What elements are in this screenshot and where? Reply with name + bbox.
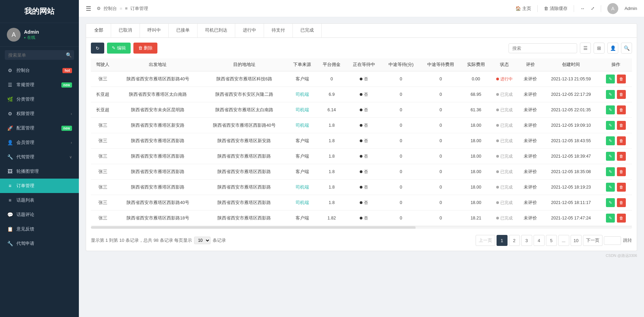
table-header: 驾驶人 出发地址 目的地地址 下单来源 平台佣金 正在等待中 中途等待(分) 中… [91,58,632,71]
tab-in-progress[interactable]: 进行中 [235,24,264,37]
row-delete-button[interactable]: 🗑 [617,214,626,223]
cell-review: 未评价 [518,102,542,118]
row-edit-button[interactable]: ✎ [606,105,615,114]
wait-dot [360,217,362,219]
cell-waiting: 否 [346,87,382,102]
page-4-button[interactable]: 4 [534,235,545,246]
sidebar-item-permission[interactable]: ⚙ 权限管理 › [0,106,79,121]
fullscreen-button[interactable]: ⤢ [591,6,595,11]
cell-mid-fee: 0 [420,133,461,149]
cell-mid-wait: 0 [382,180,420,195]
tab-cancelled[interactable]: 已取消 [111,24,140,37]
row-delete-button[interactable]: 🗑 [617,198,626,207]
row-delete-button[interactable]: 🗑 [617,183,626,192]
sidebar-item-carousel[interactable]: 🖼 轮播图管理 [0,164,79,179]
row-delete-button[interactable]: 🗑 [617,121,626,130]
scrollbar-thumb[interactable] [91,226,416,229]
cell-status: 进行中 [491,71,518,87]
row-delete-button[interactable]: 🗑 [617,136,626,145]
row-edit-button[interactable]: ✎ [606,152,615,161]
edit-button[interactable]: ✎ 编辑 [107,43,131,54]
list-view-button[interactable]: ☰ [580,43,591,54]
tab-completed[interactable]: 已完成 [293,24,322,37]
sidebar-item-topic-comment[interactable]: 💬 话题评论 [0,207,79,222]
row-edit-button[interactable]: ✎ [606,167,615,176]
cell-review: 未评价 [518,180,542,195]
page-jump-input[interactable] [604,236,621,245]
row-delete-button[interactable]: 🗑 [617,90,626,99]
carousel-icon: 🖼 [7,169,13,174]
next-page-button[interactable]: 下一页 [583,235,603,246]
cell-source: 司机端 [287,102,317,118]
row-edit-button[interactable]: ✎ [606,183,615,192]
page-2-button[interactable]: 2 [509,235,520,246]
order-source[interactable]: 司机端 [296,123,309,128]
cell-actual-fee: 18.00 [461,133,491,149]
horizontal-scrollbar[interactable] [91,226,632,229]
order-source[interactable]: 司机端 [296,200,309,205]
sidebar-item-feedback[interactable]: 📋 意见反馈 [0,222,79,236]
refresh-button[interactable]: ↻ [91,43,104,54]
page-1-button[interactable]: 1 [497,235,508,246]
tab-calling[interactable]: 呼叫中 [140,24,169,37]
username: Admin [24,29,39,35]
cell-review: 未评价 [518,164,542,180]
sidebar-item-category[interactable]: 🌿 分类管理 [0,92,79,106]
sidebar-item-label: 代驾申请 [16,240,34,247]
filter-button[interactable]: 👤 [607,43,618,54]
row-edit-button[interactable]: ✎ [606,121,615,130]
sidebar-item-member[interactable]: 👤 会员管理 › [0,135,79,150]
prev-page-button[interactable]: 上一页 [476,235,495,246]
cell-destination: 陕西省西安市雁塔区西影路 [201,180,287,195]
row-delete-button[interactable]: 🗑 [617,152,626,161]
search-input[interactable] [8,53,66,58]
sidebar-item-label: 代驾管理 [16,154,34,160]
sidebar-item-driver-apply[interactable]: 🔧 代驾申请 [0,236,79,251]
per-page-select[interactable]: 10 20 50 [194,237,211,244]
clear-cache-button[interactable]: 🗑 清除缓存 [544,5,568,12]
sidebar-item-topic-list[interactable]: ≡ 话题列表 [0,193,79,207]
sidebar-item-config[interactable]: 🚀 配置管理 new [0,121,79,135]
cell-commission: 0 [317,71,346,87]
sidebar-item-general[interactable]: ☰ 常规管理 new [0,78,79,92]
row-edit-button[interactable]: ✎ [606,90,615,99]
sidebar-item-dashboard[interactable]: ⚙ 控制台 hot [0,63,79,78]
grid-view-button[interactable]: ⊞ [594,43,605,54]
sidebar-item-driver-mgmt[interactable]: 🔧 代驾管理 ∨ [0,150,79,164]
cell-origin: 陕西省西安市雁塔区西影路40号 [115,71,201,87]
share-button[interactable]: ↔ [580,6,585,11]
page-5-button[interactable]: 5 [546,235,557,246]
page-3-button[interactable]: 3 [521,235,532,246]
row-delete-button[interactable]: 🗑 [617,75,626,83]
page-10-button[interactable]: 10 [571,235,582,246]
status-text: 已完成 [500,123,513,128]
status-dot [496,93,499,96]
row-edit-button[interactable]: ✎ [606,75,615,83]
order-source[interactable]: 司机端 [296,92,309,97]
order-source[interactable]: 司机端 [296,107,309,112]
toolbar-right: ☰ ⊞ 👤 🔍 [509,43,632,54]
cell-status: 已完成 [491,195,518,211]
menu-toggle-button[interactable]: ☰ [86,5,91,12]
row-edit-button[interactable]: ✎ [606,136,615,145]
row-delete-button[interactable]: 🗑 [617,105,626,114]
row-edit-button[interactable]: ✎ [606,198,615,207]
cell-created: 2021-12-13 21:05:59 [542,71,599,87]
sidebar-item-order[interactable]: ≡ 订单管理 [0,179,79,193]
cell-actions: ✎ 🗑 [600,149,632,164]
order-source[interactable]: 司机端 [296,185,309,190]
search-button[interactable]: 🔍 [621,43,632,54]
sidebar-search-box[interactable]: 🔍 [5,50,74,60]
row-delete-button[interactable]: 🗑 [617,167,626,176]
row-edit-button[interactable]: ✎ [606,214,615,223]
th-mid-fee: 中途等待费用 [420,58,461,71]
tab-driver-arrived[interactable]: 司机已到达 [198,24,235,37]
cell-actual-fee: 18.00 [461,164,491,180]
tab-all[interactable]: 全部 [86,24,111,37]
cell-commission: 1.8 [317,180,346,195]
tab-accepted[interactable]: 已接单 [169,24,198,37]
table-search-input[interactable] [509,43,577,53]
tab-pending-payment[interactable]: 待支付 [264,24,293,37]
delete-button[interactable]: 🗑 删除 [133,43,158,54]
home-button[interactable]: 🏠 主页 [515,5,531,12]
